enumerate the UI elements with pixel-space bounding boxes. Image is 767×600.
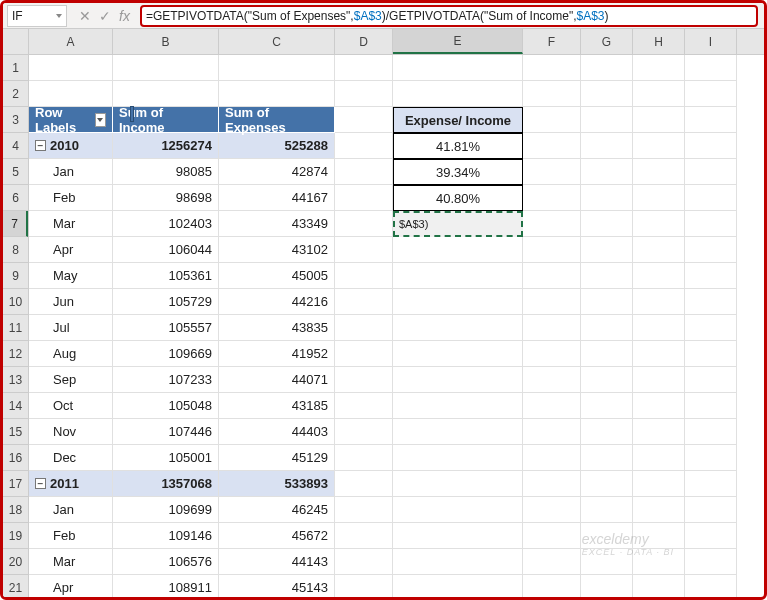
pivot-income[interactable]: 109699 — [113, 497, 219, 523]
pivot-income[interactable]: 106044 — [113, 237, 219, 263]
cell[interactable] — [393, 523, 523, 549]
pivot-expense[interactable]: 43102 — [219, 237, 335, 263]
cell[interactable] — [633, 315, 685, 341]
cell[interactable] — [685, 107, 737, 133]
pivot-month-label[interactable]: Jan — [29, 497, 113, 523]
cell[interactable] — [393, 367, 523, 393]
cell[interactable] — [523, 575, 581, 597]
expense-value[interactable]: 39.34% — [393, 159, 523, 185]
pivot-income[interactable]: 108911 — [113, 575, 219, 597]
cell[interactable] — [523, 211, 581, 237]
cell[interactable] — [581, 471, 633, 497]
row-header[interactable]: 10 — [3, 289, 28, 315]
cell[interactable] — [633, 523, 685, 549]
row-header[interactable]: 5 — [3, 159, 28, 185]
cell[interactable] — [335, 341, 393, 367]
pivot-income[interactable]: 105729 — [113, 289, 219, 315]
row-header[interactable]: 15 — [3, 419, 28, 445]
pivot-month-label[interactable]: Jan — [29, 159, 113, 185]
row-header[interactable]: 8 — [3, 237, 28, 263]
pivot-month-label[interactable]: Apr — [29, 575, 113, 597]
cell[interactable] — [581, 341, 633, 367]
active-editing-cell[interactable]: $A$3) — [393, 211, 523, 237]
pivot-expense[interactable]: 46245 — [219, 497, 335, 523]
cell[interactable] — [335, 81, 393, 107]
cell[interactable] — [393, 393, 523, 419]
expense-value[interactable]: 40.80% — [393, 185, 523, 211]
cell[interactable] — [335, 133, 393, 159]
row-header[interactable]: 14 — [3, 393, 28, 419]
cell[interactable] — [581, 133, 633, 159]
cell[interactable] — [335, 185, 393, 211]
cell[interactable] — [219, 81, 335, 107]
row-header[interactable]: 20 — [3, 549, 28, 575]
collapse-icon[interactable]: − — [35, 140, 46, 151]
column-header[interactable]: A — [29, 29, 113, 54]
cell[interactable] — [523, 471, 581, 497]
cell[interactable] — [685, 289, 737, 315]
cell[interactable] — [685, 367, 737, 393]
cell[interactable] — [523, 185, 581, 211]
cell[interactable] — [685, 55, 737, 81]
cell[interactable] — [393, 497, 523, 523]
cell[interactable] — [393, 315, 523, 341]
pivot-income[interactable]: 109669 — [113, 341, 219, 367]
pivot-income[interactable]: 107446 — [113, 419, 219, 445]
cell[interactable] — [633, 445, 685, 471]
pivot-year-row[interactable]: −2011 — [29, 471, 113, 497]
cell[interactable] — [581, 289, 633, 315]
cell[interactable] — [335, 393, 393, 419]
pivot-expense[interactable]: 44216 — [219, 289, 335, 315]
cell[interactable] — [581, 185, 633, 211]
pivot-income[interactable]: 105361 — [113, 263, 219, 289]
cancel-icon[interactable]: ✕ — [79, 8, 91, 24]
cell[interactable] — [633, 289, 685, 315]
cell[interactable] — [633, 81, 685, 107]
cell[interactable] — [523, 341, 581, 367]
formula-bar[interactable]: =GETPIVOTDATA("Sum of Expenses",$A$3)/GE… — [140, 5, 758, 27]
cell[interactable] — [581, 367, 633, 393]
cell[interactable] — [685, 419, 737, 445]
cell[interactable] — [633, 133, 685, 159]
pivot-income-total[interactable]: 1357068 — [113, 471, 219, 497]
row-header[interactable]: 6 — [3, 185, 28, 211]
pivot-month-label[interactable]: Nov — [29, 419, 113, 445]
cell[interactable] — [685, 497, 737, 523]
cell[interactable] — [393, 237, 523, 263]
pivot-month-label[interactable]: Apr — [29, 237, 113, 263]
cell[interactable] — [335, 211, 393, 237]
pivot-expense[interactable]: 43835 — [219, 315, 335, 341]
cell[interactable] — [523, 523, 581, 549]
cell[interactable] — [523, 445, 581, 471]
pivot-income-total[interactable]: 1256274 — [113, 133, 219, 159]
column-header[interactable]: C — [219, 29, 335, 54]
row-header[interactable]: 21 — [3, 575, 28, 600]
column-header[interactable]: H — [633, 29, 685, 54]
select-all-corner[interactable] — [3, 29, 28, 55]
cell[interactable] — [393, 471, 523, 497]
cell[interactable] — [581, 237, 633, 263]
column-header[interactable]: E — [393, 29, 523, 54]
cell[interactable] — [335, 523, 393, 549]
expense-income-header[interactable]: Expense/ Income — [393, 107, 523, 133]
cell[interactable] — [685, 159, 737, 185]
cell[interactable] — [581, 107, 633, 133]
cell[interactable] — [113, 55, 219, 81]
column-header[interactable]: B — [113, 29, 219, 54]
row-header[interactable]: 2 — [3, 81, 28, 107]
cell[interactable] — [393, 549, 523, 575]
pivot-expense[interactable]: 45143 — [219, 575, 335, 597]
pivot-expense[interactable]: 44403 — [219, 419, 335, 445]
pivot-month-label[interactable]: Oct — [29, 393, 113, 419]
cell[interactable] — [523, 263, 581, 289]
cell[interactable] — [523, 393, 581, 419]
cell[interactable] — [685, 237, 737, 263]
pivot-month-label[interactable]: Feb — [29, 523, 113, 549]
cell[interactable] — [633, 263, 685, 289]
pivot-expense[interactable]: 44071 — [219, 367, 335, 393]
pivot-month-label[interactable]: Dec — [29, 445, 113, 471]
cell[interactable] — [633, 159, 685, 185]
cell[interactable] — [523, 237, 581, 263]
cell[interactable] — [685, 523, 737, 549]
name-box[interactable]: IF — [7, 5, 67, 27]
